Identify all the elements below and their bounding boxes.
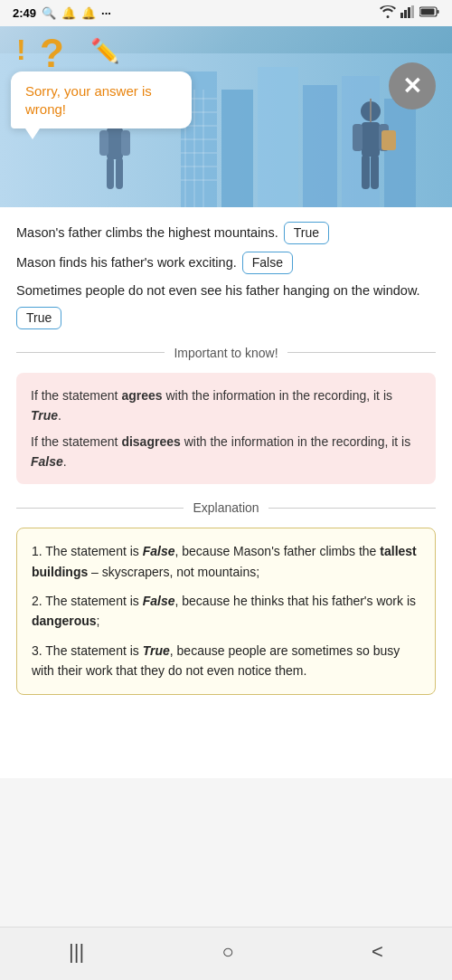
close-icon: ✕ [402,74,422,98]
bold-true: True [31,408,58,423]
svg-rect-35 [362,155,370,189]
wifi-icon [380,5,396,21]
answer-badge-1: True [284,222,329,244]
svg-rect-25 [107,128,123,159]
svg-rect-6 [421,9,435,15]
nav-bar: ||| ○ < [0,927,452,980]
nav-forward-button[interactable]: < [353,937,401,967]
answer-badge-2: False [242,252,293,274]
explanation-box: 1. The statement is False, because Mason… [16,528,436,694]
sorry-bubble: Sorry, your answer is wrong! [11,71,192,128]
svg-rect-27 [121,130,130,156]
svg-rect-28 [107,157,114,189]
explanation-divider-left [16,508,184,509]
explanation-divider-right [268,508,436,509]
hero-area: ! ? ✏️ Sorry, your answer is wrong! ✕ [0,26,452,207]
svg-rect-26 [99,130,108,156]
close-button[interactable]: ✕ [389,62,436,109]
svg-rect-32 [362,122,380,157]
divider-line-right [287,352,436,353]
statement-3: Sometimes people do not even see his fat… [16,281,436,329]
important-title: Important to know! [174,346,278,360]
time-display: 2:49 [13,6,36,20]
statement-2: Mason finds his father's work exciting. … [16,252,436,274]
svg-rect-33 [353,124,363,151]
svg-rect-1 [404,10,407,18]
explanation-label: Explanation [193,500,259,515]
svg-rect-29 [116,157,123,189]
statement-3-text: Sometimes people do not even see his fat… [16,281,420,301]
bold-agrees: agrees [121,388,162,403]
important-divider: Important to know! [16,346,436,360]
bold-disagrees: disagrees [121,434,180,449]
svg-rect-11 [303,85,337,207]
exp1-bold1: False [143,544,175,558]
svg-rect-36 [371,155,379,189]
more-icon: ··· [101,6,111,20]
bold-false: False [31,454,63,469]
exclamation-icon: ! [16,33,26,67]
statement-2-text: Mason finds his father's work exciting. [16,253,237,273]
important-line-2: If the statement disagrees with the info… [31,432,421,472]
status-bar: 2:49 🔍 🔔 🔔 ··· [0,0,452,26]
svg-rect-2 [408,7,410,18]
exp2-bold1: False [143,594,175,608]
divider-line-left [16,352,165,353]
svg-rect-37 [381,130,396,150]
svg-rect-10 [258,67,298,207]
signal-icon [400,5,415,21]
svg-rect-0 [400,13,403,18]
statement-1-text: Mason's father climbs the highest mounta… [16,224,278,243]
figure-right [344,99,402,207]
important-line-1: If the statement agrees with the informa… [31,385,421,426]
sorry-text: Sorry, your answer is wrong! [25,83,152,117]
answer-badge-3: True [16,307,61,329]
pencil-icon: ✏️ [90,37,119,65]
explanation-item-2: 2. The statement is False, because he th… [32,591,420,632]
question-icon: ? [40,31,64,76]
exp2-bold2: dangerous [32,614,97,628]
exp3-bold1: True [143,643,170,658]
statement-1: Mason's father climbs the highest mounta… [16,222,436,244]
explanation-divider: Explanation [16,500,436,515]
nav-back-button[interactable]: ||| [51,937,102,967]
search-icon: 🔍 [42,6,56,20]
svg-rect-9 [221,90,253,207]
explanation-item-3: 3. The statement is True, because people… [32,641,420,681]
main-content: Mason's father climbs the highest mounta… [0,207,452,778]
important-box: If the statement agrees with the informa… [16,373,436,485]
nav-home-button[interactable]: ○ [203,937,251,967]
bell-icon: 🔔 [61,6,76,20]
battery-icon [419,6,439,20]
svg-rect-5 [438,10,439,14]
svg-rect-3 [411,5,414,18]
notification-icon: 🔔 [81,6,96,20]
explanation-item-1: 1. The statement is False, because Mason… [32,541,420,582]
status-left: 2:49 🔍 🔔 🔔 ··· [13,6,111,20]
status-right [380,5,439,21]
exp1-bold2: tallest buildings [32,544,417,578]
